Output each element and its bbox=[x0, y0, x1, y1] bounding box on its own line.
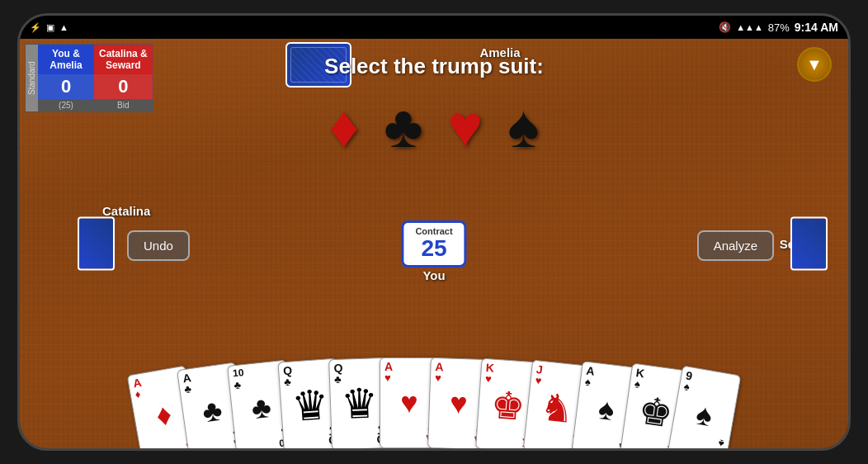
card-suit: ♥ bbox=[384, 372, 391, 383]
undo-button[interactable]: Undo bbox=[127, 230, 190, 261]
contract-number: 25 bbox=[415, 236, 452, 262]
bid-label: Bid bbox=[117, 101, 129, 110]
status-right-icons: 🔇 ▲▲▲ 87% 9:14 AM bbox=[719, 21, 838, 34]
signal-icon: ▲▲▲ bbox=[736, 22, 763, 32]
card-center: ♣ bbox=[200, 395, 224, 427]
contract-badge: Contract 25 bbox=[401, 220, 466, 268]
analyze-button[interactable]: Analyze bbox=[697, 230, 774, 261]
card-center: ♠ bbox=[597, 394, 616, 425]
card-suit: ♣ bbox=[234, 379, 242, 391]
status-bar: ⚡ ▣ ▲ 🔇 ▲▲▲ 87% 9:14 AM bbox=[20, 16, 848, 39]
card-center: ♥ bbox=[450, 389, 469, 419]
team2-name: Catalina &Seward bbox=[94, 45, 153, 74]
score-team-2: Catalina &Seward 0 Bid bbox=[94, 45, 153, 111]
score-panel: Standard You &Amelia 0 (25) Catalina &Se… bbox=[25, 44, 153, 112]
help-button[interactable]: ▼ bbox=[797, 47, 832, 82]
score-label-standard: Standard bbox=[26, 45, 38, 111]
score-bid-row: (25) bbox=[38, 99, 94, 111]
card-suit: ♦ bbox=[134, 388, 142, 400]
time-display: 9:14 AM bbox=[795, 21, 838, 34]
card-suit: ♥ bbox=[435, 372, 441, 383]
chevron-down-icon: ▼ bbox=[806, 55, 823, 74]
card-center: ♣ bbox=[250, 392, 272, 424]
card-center: ♠ bbox=[694, 399, 715, 431]
score-bid-row-2: Bid bbox=[94, 99, 153, 111]
card-suit-bot: ♠ bbox=[718, 438, 725, 448]
side-card-right bbox=[790, 217, 828, 271]
bid-value-label: (25) bbox=[59, 101, 73, 110]
game-area: Standard You &Amelia 0 (25) Catalina &Se… bbox=[20, 39, 848, 448]
team2-score: 0 bbox=[94, 74, 153, 99]
card-rank: A bbox=[384, 361, 393, 372]
usb-icon: ⚡ bbox=[30, 22, 41, 33]
suit-diamonds-btn[interactable]: ♦ bbox=[329, 97, 360, 156]
suit-clubs-btn[interactable]: ♣ bbox=[384, 97, 422, 156]
card-center: ♦ bbox=[153, 399, 173, 431]
status-left-icons: ⚡ ▣ ▲ bbox=[30, 22, 68, 33]
player-label-top: Amelia bbox=[479, 45, 520, 59]
mute-icon: 🔇 bbox=[719, 21, 731, 33]
trump-suits: ♦ ♣ ♥ ♠ bbox=[329, 97, 540, 156]
score-team-1: You &Amelia 0 (25) bbox=[38, 45, 94, 111]
score-teams: You &Amelia 0 (25) Catalina &Seward 0 Bi… bbox=[38, 45, 153, 111]
card-suit: ♣ bbox=[184, 383, 192, 395]
card-suit: ♠ bbox=[683, 381, 691, 392]
card-suit: ♠ bbox=[584, 376, 591, 388]
battery-pct: 87% bbox=[768, 21, 790, 34]
player-label-bottom: You bbox=[422, 268, 445, 282]
team1-name: You &Amelia bbox=[38, 45, 94, 74]
card-rank: 10 bbox=[232, 367, 244, 378]
team1-score: 0 bbox=[38, 74, 94, 99]
hand-area: A ♦ ♦ A ♦ A ♣ ♣ A ♣ 10 ♣ ♣ 10 ♣ bbox=[79, 316, 789, 448]
suit-hearts-btn[interactable]: ♥ bbox=[448, 97, 484, 156]
sim-icon: ▣ bbox=[46, 22, 54, 33]
side-card-left bbox=[78, 217, 115, 271]
phone-frame: ⚡ ▣ ▲ 🔇 ▲▲▲ 87% 9:14 AM Standard You &Am… bbox=[17, 13, 851, 451]
wifi-icon: ▲ bbox=[59, 22, 68, 32]
suit-spades-btn[interactable]: ♠ bbox=[507, 97, 539, 156]
player-label-left: Catalina bbox=[102, 204, 150, 218]
card-center: ♥ bbox=[400, 388, 417, 418]
